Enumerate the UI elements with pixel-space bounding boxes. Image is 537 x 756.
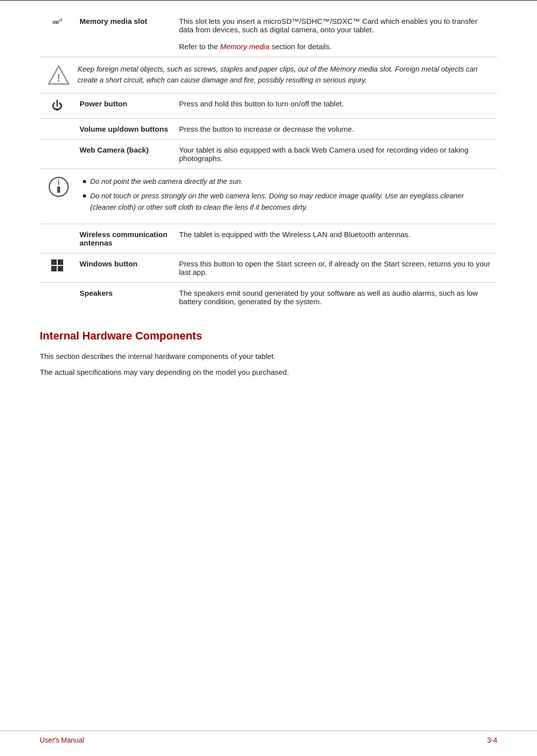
windows-description: Press this button to open the Start scre… — [179, 259, 490, 276]
wireless-label: Wireless communication antennas — [80, 230, 168, 247]
info-bullet-1: Do not point the web camera directly at … — [83, 176, 489, 187]
memory-label: Memory media slot — [80, 17, 147, 25]
warning-text: Keep foreign metal objects, such as scre… — [78, 64, 489, 86]
memory-warning-row: ! Keep foreign metal objects, such as sc… — [40, 57, 497, 93]
svg-text:!: ! — [57, 72, 60, 84]
webcam-label-cell: Web Camera (back) — [75, 140, 174, 169]
section-heading: Internal Hardware Components — [40, 330, 497, 342]
svg-rect-4 — [57, 186, 60, 193]
speakers-label-cell: Speakers — [75, 282, 174, 312]
footer-right: 3-4 — [487, 736, 497, 744]
memory-desc-cell: This slot lets you insert a microSD™/SDH… — [174, 11, 497, 57]
windows-logo-icon — [51, 259, 63, 271]
speakers-label: Speakers — [80, 289, 113, 297]
memory-icon-cell: msc2 — [40, 11, 75, 57]
memory-description: This slot lets you insert a microSD™/SDH… — [179, 17, 477, 34]
memory-media-link[interactable]: Memory media — [220, 42, 269, 51]
volume-icon-cell — [40, 119, 75, 140]
webcam-label: Web Camera (back) — [80, 146, 149, 154]
webcam-description: Your tablet is also equipped with a back… — [179, 146, 468, 163]
table-row: Wireless communication antennas The tabl… — [40, 224, 497, 253]
speakers-icon-cell — [40, 282, 75, 312]
footer-left: User's Manual — [40, 736, 84, 744]
features-table: msc2 Memory media slot This slot lets yo… — [40, 11, 497, 312]
info-circle-icon: i — [48, 176, 70, 198]
memory-card-icon: msc2 — [53, 18, 62, 25]
info-bullets-list: Do not point the web camera directly at … — [78, 176, 489, 217]
power-description: Press and hold this button to turn on/of… — [179, 99, 344, 108]
table-row: ⏻ Power button Press and hold this butto… — [40, 93, 497, 119]
speakers-desc-cell: The speakers emit sound generated by you… — [174, 282, 497, 312]
table-row: Volume up/down buttons Press the button … — [40, 119, 497, 140]
table-row: msc2 Memory media slot This slot lets yo… — [40, 11, 497, 57]
memory-extra-suffix: section for details. — [269, 42, 332, 51]
power-label-cell: Power button — [75, 93, 174, 119]
power-icon-cell: ⏻ — [40, 93, 75, 119]
wireless-desc-cell: The tablet is equipped with the Wireless… — [174, 224, 497, 253]
wireless-icon-cell — [40, 224, 75, 253]
warning-box: ! Keep foreign metal objects, such as sc… — [48, 64, 489, 86]
table-row: Windows button Press this button to open… — [40, 253, 497, 282]
wireless-label-cell: Wireless communication antennas — [75, 224, 174, 253]
power-label: Power button — [80, 99, 127, 108]
table-row: Speakers The speakers emit sound generat… — [40, 282, 497, 312]
windows-icon-cell — [40, 253, 75, 282]
warning-triangle-icon: ! — [48, 64, 70, 86]
info-box: i Do not point the web camera directly a… — [48, 176, 489, 217]
footer: User's Manual 3-4 — [0, 731, 537, 744]
webcam-icon-cell — [40, 140, 75, 169]
camera-info-row: i Do not point the web camera directly a… — [40, 169, 497, 224]
warning-cell: ! Keep foreign metal objects, such as sc… — [40, 57, 497, 93]
power-desc-cell: Press and hold this button to turn on/of… — [174, 93, 497, 119]
memory-extra-prefix: Refer to the — [179, 42, 220, 51]
windows-label-cell: Windows button — [75, 253, 174, 282]
power-button-icon: ⏻ — [52, 99, 63, 112]
volume-description: Press the button to increase or decrease… — [179, 125, 354, 133]
speakers-description: The speakers emit sound generated by you… — [179, 289, 478, 306]
memory-label-cell: Memory media slot — [75, 11, 174, 57]
volume-desc-cell: Press the button to increase or decrease… — [174, 119, 497, 140]
section-desc-2: The actual specifications may vary depen… — [40, 366, 497, 378]
info-cell: i Do not point the web camera directly a… — [40, 169, 497, 224]
section-desc-1: This section describes the internal hard… — [40, 350, 497, 362]
wireless-description: The tablet is equipped with the Wireless… — [179, 230, 410, 239]
windows-label: Windows button — [80, 259, 138, 268]
volume-label: Volume up/down buttons — [80, 125, 168, 133]
windows-desc-cell: Press this button to open the Start scre… — [174, 253, 497, 282]
info-bullet-2: Do not touch or press strongly on the we… — [83, 190, 489, 213]
webcam-desc-cell: Your tablet is also equipped with a back… — [174, 140, 497, 169]
table-row: Web Camera (back) Your tablet is also eq… — [40, 140, 497, 169]
svg-text:i: i — [58, 178, 60, 186]
volume-label-cell: Volume up/down buttons — [75, 119, 174, 140]
